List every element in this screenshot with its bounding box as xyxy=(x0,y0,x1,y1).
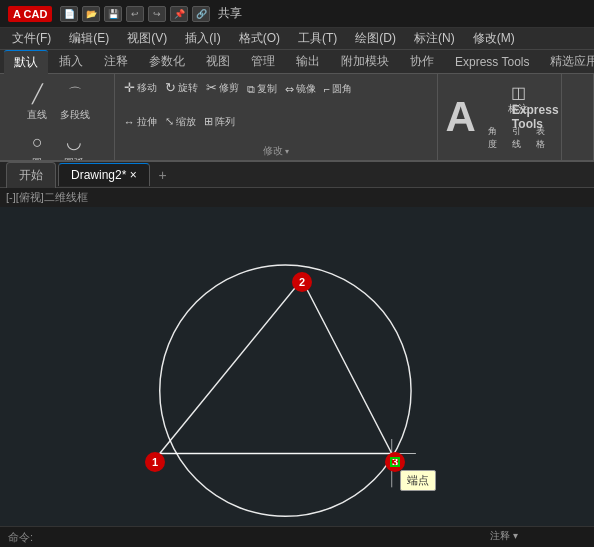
line-label: 直线 xyxy=(27,108,47,122)
menu-draw[interactable]: 绘图(D) xyxy=(347,28,404,49)
tab-drawing2[interactable]: Drawing2* × xyxy=(58,163,150,186)
point-2: 2 xyxy=(292,272,312,292)
title-bar: A CAD 📄 📂 💾 ↩ ↪ 📌 🔗 共享 xyxy=(0,0,594,28)
menu-edit[interactable]: 编辑(E) xyxy=(61,28,117,49)
share-label: 共享 xyxy=(218,5,242,22)
express-tools-label: Express Tools xyxy=(512,103,583,131)
open-icon[interactable]: 📂 xyxy=(82,6,100,22)
draw-group-content: ╱ 直线 ⌒ 多段线 ○ 圆 xyxy=(6,78,108,162)
snap-tooltip: 端点 xyxy=(400,470,436,491)
svg-point-0 xyxy=(160,265,411,516)
share-icon[interactable]: 🔗 xyxy=(192,6,210,22)
tab-insert[interactable]: 插入 xyxy=(49,50,93,73)
undo-icon[interactable]: ↩ xyxy=(126,6,144,22)
move-btn[interactable]: ✛ 移动 xyxy=(121,78,160,97)
new-icon[interactable]: 📄 xyxy=(60,6,78,22)
viewport-label: [-][俯视]二维线框 xyxy=(0,188,594,207)
text-large-btn[interactable]: A xyxy=(446,96,476,138)
tab-addons[interactable]: 附加模块 xyxy=(331,50,399,73)
ribbon-panel: ╱ 直线 ⌒ 多段线 ○ 圆 xyxy=(0,74,594,162)
array-btn[interactable]: ⊞ 阵列 xyxy=(201,113,238,131)
svg-marker-1 xyxy=(160,280,392,454)
tab-start[interactable]: 开始 xyxy=(6,162,56,188)
draw-group: ╱ 直线 ⌒ 多段线 ○ 圆 xyxy=(0,74,115,160)
copy-btn[interactable]: ⧉ 复制 xyxy=(244,80,280,98)
pin-icon[interactable]: 📌 xyxy=(170,6,188,22)
tab-add-button[interactable]: + xyxy=(152,165,174,185)
drawing-svg xyxy=(0,207,594,526)
stretch-btn[interactable]: ↔ 拉伸 xyxy=(121,113,160,131)
scale-btn[interactable]: ⤡ 缩放 xyxy=(162,113,199,131)
modify-group-label: 修改 ▾ xyxy=(263,141,289,158)
trim-btn[interactable]: ✂ 修剪 xyxy=(203,78,242,97)
tab-express-tools[interactable]: Express Tools xyxy=(445,52,539,72)
tab-collaborate[interactable]: 协作 xyxy=(400,50,444,73)
tab-featured[interactable]: 精选应用 xyxy=(540,50,594,73)
tab-parametric[interactable]: 参数化 xyxy=(139,50,195,73)
fillet-btn[interactable]: ⌐ 圆角 xyxy=(321,80,355,98)
menu-format[interactable]: 格式(O) xyxy=(231,28,288,49)
menu-file[interactable]: 文件(F) xyxy=(4,28,59,49)
tab-manage[interactable]: 管理 xyxy=(241,50,285,73)
save-icon[interactable]: 💾 xyxy=(104,6,122,22)
circle-btn[interactable]: ○ 圆 xyxy=(20,126,54,162)
title-icons: 📄 📂 💾 ↩ ↪ 📌 🔗 共享 xyxy=(60,5,242,22)
tab-strip: 开始 Drawing2* × + xyxy=(0,162,594,188)
menu-modify[interactable]: 修改(M) xyxy=(465,28,523,49)
modify-group-content: ✛ 移动 ↻ 旋转 ✂ 修剪 ⧉ 复制 ⇔ 镜像 xyxy=(121,78,431,141)
arc-btn[interactable]: ◡ 圆弧 xyxy=(57,126,91,162)
point-1: 1 xyxy=(145,452,165,472)
redo-icon[interactable]: ↪ xyxy=(148,6,166,22)
canvas-area[interactable]: 1 2 3 端点 xyxy=(0,207,594,526)
polyline-label: 多段线 xyxy=(60,108,90,122)
tab-view[interactable]: 视图 xyxy=(196,50,240,73)
cad-logo: A CAD xyxy=(8,6,52,22)
modify-dropdown-icon[interactable]: ▾ xyxy=(285,147,289,156)
ribbon-tabs: 默认 插入 注释 参数化 视图 管理 输出 附加模块 协作 Express To… xyxy=(0,50,594,74)
modify-group: ✛ 移动 ↻ 旋转 ✂ 修剪 ⧉ 复制 ⇔ 镜像 xyxy=(115,74,438,160)
tab-output[interactable]: 输出 xyxy=(286,50,330,73)
tab-annotation[interactable]: 注释 xyxy=(94,50,138,73)
menu-tools[interactable]: 工具(T) xyxy=(290,28,345,49)
mirror-btn[interactable]: ⇔ 镜像 xyxy=(282,80,319,98)
polyline-btn[interactable]: ⌒ 多段线 xyxy=(57,78,93,124)
menu-bar: 文件(F) 编辑(E) 视图(V) 插入(I) 格式(O) 工具(T) 绘图(D… xyxy=(0,28,594,50)
menu-insert[interactable]: 插入(I) xyxy=(177,28,228,49)
line-btn[interactable]: ╱ 直线 xyxy=(20,78,54,124)
menu-dimension[interactable]: 标注(N) xyxy=(406,28,463,49)
express-tools-group[interactable]: Express Tools xyxy=(502,74,594,160)
snap-marker xyxy=(390,457,400,467)
rotate-btn[interactable]: ↻ 旋转 xyxy=(162,78,201,97)
menu-view[interactable]: 视图(V) xyxy=(119,28,175,49)
tab-default[interactable]: 默认 xyxy=(4,50,48,74)
